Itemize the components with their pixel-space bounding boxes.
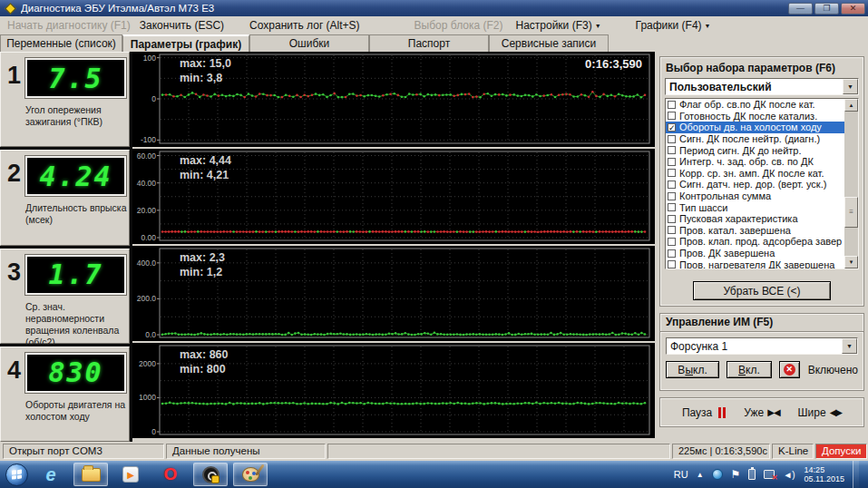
- chart-canvas-2: 60.0040.0020.000.00max: 4,44min: 4,21: [132, 149, 655, 244]
- tab-3[interactable]: Ошибки: [249, 34, 369, 52]
- parameter-set-group: Выбор набора параметров (F6) Пользовател…: [659, 56, 864, 307]
- close-button[interactable]: ✕: [841, 3, 865, 15]
- param-number: 4: [7, 356, 21, 385]
- checklist-item-11[interactable]: Пусковая характеристика: [666, 213, 844, 225]
- start-button[interactable]: [5, 464, 28, 486]
- wider-button[interactable]: Шире ◀▶: [798, 406, 842, 419]
- remove-all-button[interactable]: Убрать ВСЕ (<): [693, 281, 831, 300]
- minimize-button[interactable]: —: [788, 3, 813, 15]
- parameter-checklist: Флаг обр. св.по ДК после кат.Готовность …: [665, 98, 859, 269]
- taskbar-item-opera[interactable]: O: [153, 463, 188, 486]
- parameter-set-dropdown[interactable]: Пользовательский ▼: [665, 78, 859, 95]
- taskbar-item-diagnostics-app[interactable]: [193, 463, 228, 486]
- scroll-up-icon[interactable]: ▲: [844, 99, 858, 112]
- menu-item-5[interactable]: Настройки (F3)▼: [515, 19, 600, 32]
- checklist-item-6[interactable]: Интегр. ч. зад. обр. св. по ДК: [666, 156, 844, 168]
- pause-button[interactable]: Пауза: [682, 406, 726, 419]
- narrower-arrows-icon: ▶◀: [767, 407, 779, 417]
- svg-text:1000: 1000: [139, 393, 156, 402]
- checklist-item-2[interactable]: Готовность ДК после катализ.: [666, 111, 844, 122]
- restore-button[interactable]: ❐: [814, 3, 839, 15]
- clock[interactable]: 14:25 05.11.2015: [805, 465, 844, 484]
- checkbox-icon[interactable]: [668, 226, 676, 234]
- tab-1[interactable]: Переменные (список): [0, 34, 122, 52]
- dropdown-arrow-icon[interactable]: ▼: [842, 338, 857, 354]
- svg-text:min: 4,21: min: 4,21: [180, 169, 229, 181]
- menu-item-2[interactable]: Закончить (ESC): [140, 19, 224, 32]
- svg-text:max: 4,44: max: 4,44: [180, 154, 231, 167]
- show-desktop-button[interactable]: [853, 461, 859, 488]
- checklist-item-7[interactable]: Корр. ср. зн. амп. ДК после кат.: [666, 168, 844, 180]
- actuator-on-button[interactable]: Вкл.: [727, 361, 772, 378]
- checklist-item-14[interactable]: Пров. ДК завершена: [666, 248, 844, 259]
- taskbar-item-paint[interactable]: [233, 463, 268, 486]
- parameter-value-panel: 17.5Угол опережения зажигания (°ПКВ)24.2…: [0, 52, 132, 442]
- checklist-item-13[interactable]: Пров. клап. прод. адсорбера завер: [666, 236, 844, 248]
- checklist-item-1[interactable]: Флаг обр. св.по ДК после кат.: [666, 99, 844, 111]
- scroll-down-icon[interactable]: ▼: [844, 256, 858, 268]
- checkbox-icon[interactable]: ✓: [668, 123, 676, 132]
- checkbox-icon[interactable]: [668, 249, 676, 258]
- checklist-item-label: Тип шасси: [679, 202, 727, 213]
- taskbar-item-explorer[interactable]: [73, 463, 108, 486]
- checklist-scrollbar[interactable]: ▲ ≡ ▼: [844, 99, 858, 268]
- narrower-label: Уже: [744, 406, 764, 419]
- svg-text:max: 15,0: max: 15,0: [180, 57, 231, 70]
- checklist-item-label: Пров. катал. завершена: [679, 225, 791, 236]
- param-cell-1: 17.5Угол опережения зажигания (°ПКВ): [0, 52, 130, 147]
- volume-icon[interactable]: ◄): [783, 470, 795, 480]
- checkbox-icon[interactable]: [668, 112, 676, 120]
- tab-5[interactable]: Сервисные записи: [489, 34, 609, 52]
- tray-app-icon[interactable]: [712, 469, 723, 480]
- network-error-icon[interactable]: [764, 470, 775, 479]
- tab-2[interactable]: Параметры (график): [122, 34, 249, 52]
- actuator-off-button[interactable]: Выкл.: [666, 361, 719, 378]
- checklist-item-5[interactable]: Период сигн. ДК до нейтр.: [666, 144, 844, 156]
- checklist-item-label: Готовность ДК после катализ.: [679, 111, 817, 122]
- narrower-button[interactable]: Уже ▶◀: [744, 406, 779, 419]
- svg-text:0: 0: [151, 427, 156, 436]
- scrollbar-thumb[interactable]: ≡: [844, 197, 858, 228]
- svg-text:2000: 2000: [139, 359, 156, 368]
- battery-icon[interactable]: [748, 469, 756, 480]
- checkbox-icon[interactable]: [668, 158, 676, 166]
- checkbox-icon[interactable]: [668, 146, 676, 154]
- checklist-item-9[interactable]: Контрольная сумма: [666, 190, 844, 202]
- checkbox-icon[interactable]: [668, 203, 676, 211]
- checkbox-icon[interactable]: [668, 215, 676, 223]
- checkbox-icon[interactable]: [668, 192, 676, 200]
- checkbox-icon[interactable]: [668, 169, 676, 177]
- checkbox-icon[interactable]: [668, 101, 676, 109]
- menu-item-3[interactable]: Сохранить лог (Alt+S): [249, 19, 360, 32]
- dropdown-arrow-icon[interactable]: ▼: [843, 79, 858, 94]
- pause-icon: [717, 407, 726, 418]
- menu-item-6[interactable]: Графики (F4)▼: [636, 19, 711, 32]
- language-indicator[interactable]: RU: [674, 469, 688, 480]
- checkbox-icon[interactable]: [668, 135, 676, 143]
- svg-text:400.0: 400.0: [137, 259, 157, 268]
- action-center-flag-icon[interactable]: ⚑: [731, 468, 741, 481]
- tab-4[interactable]: Паспорт: [369, 34, 489, 52]
- tray-expand-icon[interactable]: ▲: [697, 471, 704, 479]
- checklist-item-8[interactable]: Сигн. датч. нер. дор. (верт. уск.): [666, 179, 844, 190]
- checklist-item-15[interactable]: Пров. нагревателя ДК завершена: [666, 259, 844, 268]
- taskbar-item-media-player[interactable]: ▶: [113, 463, 148, 486]
- taskbar: e ▶ O RU ▲ ⚑ ◄) 14:25 05.11.2015: [0, 461, 868, 488]
- status-bar: Открыт порт COM3 Данные получены 225мс |…: [0, 442, 868, 461]
- status-tolerances-badge[interactable]: Допуски: [815, 444, 867, 459]
- checkbox-icon[interactable]: [668, 181, 676, 189]
- taskbar-item-internet-explorer[interactable]: e: [34, 463, 68, 486]
- checklist-item-4[interactable]: Сигн. ДК после нейтр. (диагн.): [666, 133, 844, 145]
- system-tray: RU ▲ ⚑ ◄) 14:25 05.11.2015: [666, 461, 868, 488]
- actuator-stop-button[interactable]: ✕: [779, 361, 800, 378]
- param-label: Длительность впрыска (мсек): [25, 202, 129, 226]
- checkbox-icon[interactable]: [668, 260, 676, 268]
- actuator-dropdown[interactable]: Форсунка 1 ▼: [666, 337, 858, 355]
- checklist-item-3[interactable]: ✓Обороты дв. на холостом ходу: [666, 122, 844, 133]
- checkbox-icon[interactable]: [668, 238, 676, 246]
- checklist-item-12[interactable]: Пров. катал. завершена: [666, 225, 844, 237]
- led-value: 7.5: [48, 63, 102, 94]
- pause-label: Пауза: [682, 406, 712, 419]
- checklist-item-10[interactable]: Тип шасси: [666, 201, 844, 213]
- param-cell-3: 31.7Ср. знач. неравномерности вращения к…: [0, 249, 130, 344]
